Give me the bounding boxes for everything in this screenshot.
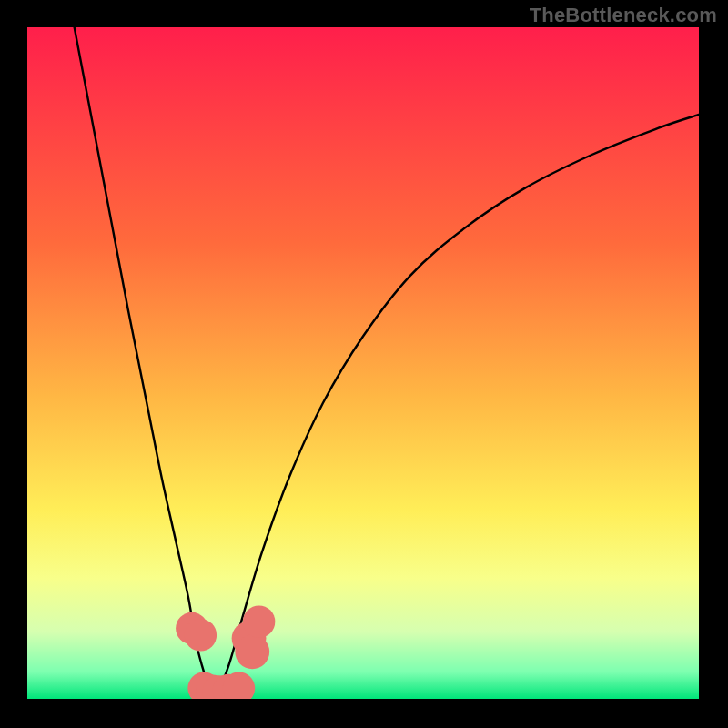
watermark-text: TheBottleneck.com [530, 4, 717, 27]
chart-frame: TheBottleneck.com [0, 0, 728, 728]
data-marker [185, 619, 217, 651]
gradient-background [27, 27, 699, 699]
data-marker [243, 605, 275, 637]
data-marker [235, 634, 269, 669]
bottleneck-chart [27, 27, 699, 699]
